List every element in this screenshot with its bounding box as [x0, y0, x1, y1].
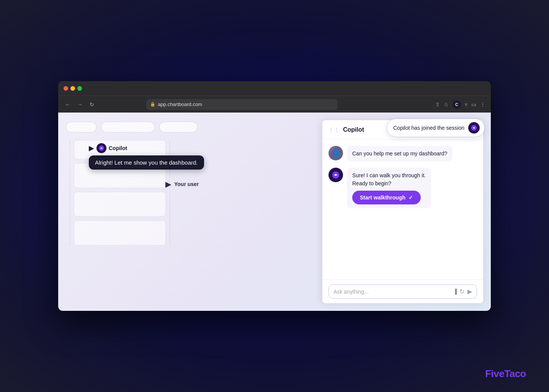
user-message-text: Can you help me set up my dashboard?: [352, 150, 447, 157]
back-button[interactable]: ←: [64, 101, 72, 108]
copilot-pointer-area: ▶ Copilot Alright! Let me show you the d…: [89, 143, 204, 170]
share-icon[interactable]: ⇧: [435, 101, 440, 108]
checkmark-icon: ✓: [408, 194, 413, 201]
copilot-extension-icon[interactable]: C: [453, 100, 461, 109]
chat-messages: Can you help me set up my dashboard? Sur…: [322, 140, 483, 279]
minimize-window-dot[interactable]: [70, 86, 75, 91]
text-cursor: [456, 289, 456, 295]
your-user-label: Your user: [174, 181, 199, 187]
grid-icon: ⋮⋮: [328, 127, 339, 133]
window-controls: [64, 86, 82, 91]
fullscreen-window-dot[interactable]: [77, 86, 82, 91]
puzzle-icon[interactable]: ▿: [465, 101, 467, 108]
dashboard-card-3: [74, 192, 166, 217]
start-walkthrough-button[interactable]: Start walkthrough ✓: [352, 191, 421, 204]
split-view-icon[interactable]: ▭: [471, 101, 476, 108]
lock-icon: 🔒: [150, 102, 155, 107]
ai-message-bubble: Sure! I can walk you through it.Ready to…: [347, 168, 431, 208]
nav-pill-1[interactable]: [66, 122, 96, 132]
user-message-bubble: Can you help me set up my dashboard?: [347, 146, 453, 162]
nav-pill-3[interactable]: [159, 122, 198, 132]
refresh-icon[interactable]: ↻: [459, 288, 464, 295]
nav-pill-2[interactable]: [101, 122, 155, 132]
ai-avatar: [328, 168, 343, 182]
browser-toolbar: ⇧ ☆ C ▿ ▭ ⋮: [435, 100, 485, 109]
your-user-cursor: ▶ Your user: [165, 180, 199, 189]
vertical-divider: [70, 140, 70, 245]
reload-button[interactable]: ↻: [88, 101, 96, 108]
send-icon[interactable]: ▶: [467, 288, 472, 295]
toast-message: Copilot has joined the session: [393, 125, 464, 131]
cursor-arrow-icon: ▶: [165, 180, 171, 189]
chat-input-box[interactable]: Ask anything... ↻ ▶: [328, 284, 477, 299]
fivetaco-brand: FiveTaco: [485, 368, 526, 380]
more-options-icon[interactable]: ⋮: [480, 101, 485, 108]
ai-message-row: Sure! I can walk you through it.Ready to…: [328, 168, 477, 208]
copilot-panel: ⋮⋮ Copilot – × Can you help me set up my…: [322, 120, 483, 303]
browser-window: ← → ↻ 🔒 app.chartboard.com ⇧ ☆ C ▿ ▭ ⋮: [58, 81, 491, 311]
pointer-arrow-icon: ▶: [89, 144, 94, 152]
toast-copilot-icon: [468, 122, 480, 134]
panel-input-area: Ask anything... ↻ ▶: [322, 279, 483, 303]
browser-titlebar: [58, 81, 491, 96]
start-walkthrough-label: Start walkthrough: [360, 194, 405, 201]
page-content: ▶ Copilot Alright! Let me show you the d…: [58, 113, 491, 311]
dashboard-card-4: [74, 220, 166, 245]
chat-input-placeholder[interactable]: Ask anything...: [333, 289, 452, 295]
ai-message-text: Sure! I can walk you through it.Ready to…: [352, 172, 426, 186]
user-message-row: Can you help me set up my dashboard?: [328, 146, 477, 162]
copilot-label-row: ▶ Copilot: [89, 143, 127, 153]
user-avatar: [328, 146, 343, 160]
copilot-joined-toast: Copilot has joined the session: [387, 119, 485, 137]
copilot-pointer-name: Copilot: [109, 145, 127, 151]
forward-button[interactable]: →: [76, 101, 84, 108]
copilot-pointer-avatar: [96, 143, 106, 153]
copilot-tooltip: Alright! Let me show you the dashboard.: [89, 155, 204, 170]
address-bar-row: ← → ↻ 🔒 app.chartboard.com ⇧ ☆ C ▿ ▭ ⋮: [58, 96, 491, 113]
address-bar[interactable]: 🔒 app.chartboard.com: [146, 99, 338, 110]
bookmark-icon[interactable]: ☆: [444, 101, 449, 108]
close-window-dot[interactable]: [64, 86, 68, 91]
url-text: app.chartboard.com: [158, 101, 202, 107]
